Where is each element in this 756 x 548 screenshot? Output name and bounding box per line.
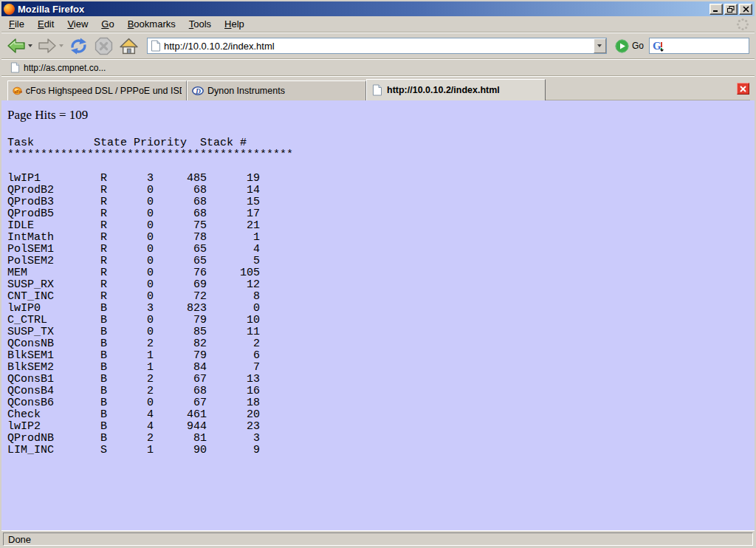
- tab-bar: cFos cFos Highspeed DSL / PPPoE und ISDN…: [1, 76, 755, 100]
- svg-text:G: G: [653, 40, 662, 52]
- go-cluster: Go: [612, 39, 647, 53]
- firefox-icon: [4, 4, 15, 15]
- back-dropdown-icon[interactable]: [28, 44, 32, 47]
- tab-label: cFos Highspeed DSL / PPPoE und ISDN CAP.…: [26, 86, 182, 96]
- status-text: Done: [3, 532, 753, 546]
- forward-button[interactable]: [36, 36, 65, 55]
- task-table: Task State Priority Stack # ************…: [7, 137, 749, 456]
- stop-button[interactable]: [92, 35, 115, 57]
- restore-icon: [727, 6, 735, 13]
- reload-button[interactable]: [67, 35, 90, 57]
- forward-dropdown-icon[interactable]: [59, 44, 63, 47]
- address-dropdown-button[interactable]: [594, 38, 606, 53]
- go-button[interactable]: Go: [632, 41, 644, 51]
- google-g-icon[interactable]: G: [652, 40, 664, 52]
- page-content: Page Hits = 109 Task State Priority Stac…: [1, 100, 755, 530]
- svg-text:cFos: cFos: [14, 89, 21, 94]
- cfos-icon: cFos: [13, 85, 22, 97]
- page-icon: [371, 84, 383, 96]
- minimize-icon: [712, 6, 720, 13]
- browser-window: Mozilla Firefox File Edit View Go Bookma…: [0, 0, 756, 548]
- status-bar: Done: [1, 530, 755, 548]
- back-button[interactable]: [5, 36, 34, 55]
- svg-text:D: D: [195, 88, 201, 95]
- menu-view[interactable]: View: [61, 16, 94, 32]
- tab-cfos[interactable]: cFos cFos Highspeed DSL / PPPoE und ISDN…: [7, 81, 187, 100]
- tab-index-html-active[interactable]: http://10.0.10.2/index.html: [366, 79, 546, 100]
- minimize-button[interactable]: [709, 4, 723, 15]
- stop-icon: [94, 37, 113, 55]
- tab-label: http://10.0.10.2/index.html: [387, 85, 500, 95]
- close-icon: [740, 86, 746, 92]
- navigation-toolbar: Go G: [1, 32, 755, 59]
- throbber-icon: [735, 16, 751, 32]
- tab-dynon[interactable]: D Dynon Instruments: [187, 81, 366, 100]
- menu-bookmarks[interactable]: Bookmarks: [121, 16, 182, 32]
- back-icon: [7, 37, 26, 55]
- menu-tools[interactable]: Tools: [182, 16, 218, 32]
- forward-icon: [38, 37, 57, 55]
- tab-label: Dynon Instruments: [207, 86, 285, 96]
- home-icon: [120, 37, 138, 55]
- window-title: Mozilla Firefox: [18, 4, 708, 15]
- home-button[interactable]: [117, 35, 140, 57]
- bookmarks-toolbar: http://as.cmpnet.co...: [1, 59, 755, 76]
- menu-file[interactable]: File: [2, 16, 31, 32]
- bookmark-item[interactable]: http://as.cmpnet.co...: [6, 61, 110, 75]
- close-icon: [743, 6, 749, 13]
- go-icon[interactable]: [615, 39, 629, 53]
- address-bar: [147, 38, 607, 54]
- search-input[interactable]: [665, 41, 749, 52]
- dynon-icon: D: [192, 85, 204, 97]
- page-icon: [10, 62, 20, 73]
- title-bar: Mozilla Firefox: [1, 1, 755, 16]
- restore-button[interactable]: [724, 4, 738, 15]
- bookmark-label: http://as.cmpnet.co...: [24, 63, 106, 73]
- menu-go[interactable]: Go: [94, 16, 120, 32]
- search-box: G: [649, 38, 749, 54]
- menu-bar: File Edit View Go Bookmarks Tools Help: [1, 16, 755, 32]
- chevron-down-icon: [597, 44, 602, 47]
- reload-icon: [69, 37, 88, 55]
- menu-edit[interactable]: Edit: [31, 16, 61, 32]
- tab-strip-gap: [546, 81, 750, 100]
- close-button[interactable]: [739, 4, 752, 15]
- address-input[interactable]: [164, 39, 594, 52]
- close-tab-button[interactable]: [737, 83, 749, 95]
- page-icon: [151, 40, 161, 52]
- page-hits-text: Page Hits = 109: [7, 108, 749, 123]
- menu-help[interactable]: Help: [218, 16, 251, 32]
